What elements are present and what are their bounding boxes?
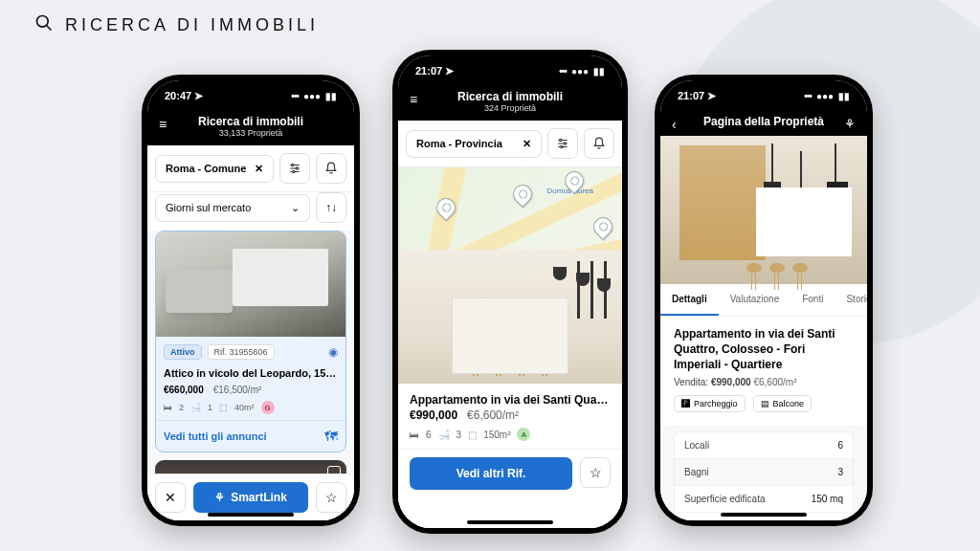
search-icon	[34, 13, 54, 37]
spec-row-bagni: Bagni 3	[675, 459, 853, 486]
balcony-icon: ▤	[761, 399, 769, 408]
feature-parking: 🅿Parcheggio	[674, 395, 746, 412]
listing-unit-price: €6,600/m²	[467, 408, 519, 422]
search-input[interactable]: Roma - Provincia ✕	[406, 130, 542, 158]
filters-button[interactable]	[547, 128, 578, 159]
status-badge: Attivo	[164, 344, 202, 360]
beds-icon: 🛏	[410, 430, 419, 440]
listing-unit-price: €16,500/m²	[213, 385, 262, 395]
header-title: Pagina della Proprietà	[672, 115, 856, 128]
alerts-button[interactable]	[316, 153, 346, 184]
clear-icon[interactable]: ✕	[255, 163, 263, 175]
area-icon: ⬚	[468, 430, 477, 440]
app-header: ≡ Ricerca di immobili 33,133 Proprietà	[147, 111, 354, 145]
tab-valutazione[interactable]: Valutazione	[719, 284, 791, 316]
clear-icon[interactable]: ✕	[523, 138, 531, 150]
energy-badge: G	[261, 401, 275, 414]
spec-row-superficie: Superficie edificata 150 mq	[675, 486, 853, 513]
listing-title: Appartamento in via dei Santi Quattro, C…	[398, 384, 622, 408]
close-button[interactable]: ✕	[155, 482, 186, 513]
baths-icon: 🛁	[438, 430, 450, 440]
favorite-button[interactable]: ☆	[580, 457, 611, 488]
svg-line-1	[47, 26, 52, 31]
phone-map-view: 21:07 ➤ •••●●●▮▮ ≡ Ricerca di immobili 3…	[392, 50, 628, 534]
see-more-refs-button[interactable]: Vedi altri Rif.	[410, 457, 572, 490]
view-all-listings-link[interactable]: Vedi tutti gli annunci	[164, 430, 267, 442]
listing-meta: 🛏2 🛁1 ⬚40m² G	[156, 397, 345, 420]
app-header: ≡ Ricerca di immobili 324 Proprietà	[398, 86, 622, 121]
filter-days-on-market[interactable]: Giorni sul mercato ⌄	[155, 194, 310, 222]
listing-price: €660,000	[164, 385, 204, 395]
map[interactable]: Domus Aurea Via Ostilia	[398, 167, 622, 250]
search-input[interactable]: Roma - Comune ✕	[155, 155, 274, 183]
map-listing-card[interactable]: Appartamento in via dei Santi Quattro, C…	[398, 250, 622, 449]
svg-point-12	[564, 143, 566, 144]
spec-table: Locali 6 Bagni 3 Superficie edificata 15…	[674, 431, 854, 520]
svg-point-11	[560, 139, 562, 141]
header-subtitle: 324 Proprietà	[410, 103, 611, 113]
parking-icon: 🅿	[681, 399, 690, 408]
back-icon[interactable]: ‹	[672, 117, 677, 132]
share-icon[interactable]: ⚘	[844, 117, 856, 131]
chevron-down-icon: ⌄	[291, 202, 300, 214]
feature-balcony: ▤Balcone	[753, 395, 813, 412]
map-pin[interactable]	[509, 181, 536, 208]
listing-price: €990,000	[410, 408, 457, 422]
svg-point-0	[37, 16, 49, 28]
header-title: Ricerca di immobili	[410, 90, 611, 103]
property-hero-photo	[660, 136, 867, 284]
listing-card[interactable]: Attivo Rif. 31955606 ◉ Attico in vicolo …	[155, 231, 346, 452]
baths-icon: 🛁	[190, 403, 201, 412]
energy-badge: A	[517, 428, 530, 441]
map-pin[interactable]	[590, 213, 616, 240]
app-header: ‹ Pagina della Proprietà ⚘	[660, 111, 867, 136]
property-tabs: Dettagli Valutazione Fonti Storico	[660, 284, 867, 317]
map-icon[interactable]: 🗺	[324, 429, 338, 444]
phone-detail-view: 21:07 ➤ •••●●●▮▮ ‹ Pagina della Propriet…	[655, 75, 873, 526]
view-icon[interactable]: ◉	[328, 345, 338, 359]
svg-point-7	[293, 170, 295, 172]
filters-button[interactable]	[279, 153, 310, 184]
sale-price: Vendita: €990,000 €6,600/m²	[674, 373, 854, 387]
header-title: Ricerca di immobili	[159, 115, 343, 128]
share-icon: ⚘	[214, 491, 225, 504]
listing-meta: 🛏6 🛁3 ⬚150m² A	[398, 426, 622, 449]
svg-point-6	[296, 167, 298, 169]
tab-dettagli[interactable]: Dettagli	[660, 284, 719, 316]
svg-point-5	[292, 164, 294, 165]
phone-list-view: 20:47 ➤ •••●●●▮▮ ≡ Ricerca di immobili 3…	[142, 75, 360, 526]
listing-photo	[156, 231, 345, 337]
svg-point-13	[561, 145, 563, 147]
listing-photo	[398, 250, 622, 384]
page-title: RICERCA DI IMMOBILI	[34, 13, 319, 37]
smartlink-button[interactable]: ⚘ SmartLink	[193, 482, 308, 513]
sort-button[interactable]: ↑↓	[316, 192, 346, 223]
header-subtitle: 33,133 Proprietà	[159, 128, 343, 138]
spec-row-locali: Locali 6	[675, 432, 853, 459]
favorite-button[interactable]: ☆	[316, 482, 346, 513]
tab-storico[interactable]: Storico	[835, 284, 867, 316]
beds-icon: 🛏	[164, 403, 172, 412]
area-icon: ⬚	[219, 403, 228, 412]
property-title: Appartamento in via dei Santi Quattro, C…	[674, 326, 854, 373]
ref-badge: Rif. 31955606	[208, 344, 275, 360]
listing-title: Attico in vicolo del Leopardo, 153, Tras…	[156, 364, 345, 383]
alerts-button[interactable]	[584, 128, 614, 159]
page-title-text: RICERCA DI IMMOBILI	[65, 15, 319, 35]
